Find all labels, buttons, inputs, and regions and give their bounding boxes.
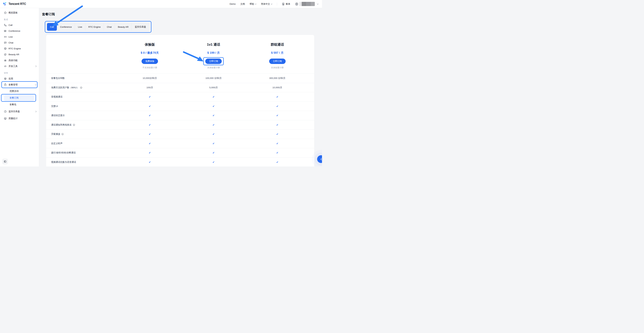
tab-beauty-ar[interactable]: Beauty AR <box>115 23 132 31</box>
table-row: 浮窗播放 ✔ ✔ ✔ <box>46 129 314 139</box>
redacted-account-id <box>299 2 315 6</box>
sidebar-section-management: 管理 <box>0 69 39 76</box>
check-icon: ✔ <box>118 114 182 117</box>
sidebar-item-package-management[interactable]: 套餐管理 <box>0 82 39 88</box>
account-menu[interactable] <box>295 2 318 6</box>
nav-billing[interactable]: 账单 <box>282 3 290 6</box>
nav-language[interactable]: 简体中文 <box>261 3 272 6</box>
row-value: 10,000/月 <box>246 86 309 89</box>
tab-conference[interactable]: Conference <box>57 23 75 31</box>
sidebar-item-beauty-ar[interactable]: Beauty AR <box>0 52 39 57</box>
chevron-down-icon <box>271 3 272 5</box>
plan-header-row: 体验版 $ 0 / 最多70天 免费体验 不支持按量计费 1v1 通话 $ 19… <box>46 35 314 74</box>
table-row: 套餐包分钟数 10,000分钟/月 100,000 分钟/月 300,000 分… <box>46 74 314 83</box>
check-icon: ✔ <box>118 161 182 164</box>
chevron-down-icon <box>255 3 256 5</box>
usage-stats-icon <box>4 117 7 120</box>
tab-rtc-engine[interactable]: RTC Engine <box>85 23 104 31</box>
tab-chat[interactable]: Chat <box>104 23 115 31</box>
plan-note: 支持按量计费 <box>246 66 309 69</box>
avatar-icon <box>295 2 298 6</box>
info-icon[interactable] <box>80 86 82 89</box>
table-row: 自定义铃声 ✔ ✔ ✔ <box>46 139 314 148</box>
brand[interactable]: Tencent RTC <box>3 2 26 6</box>
chat-bubble-icon <box>4 41 7 44</box>
check-icon: ✔ <box>182 123 245 126</box>
sidebar-item-advanced-features[interactable]: 高级功能 <box>0 57 39 63</box>
tab-live[interactable]: Live <box>75 23 85 31</box>
check-icon: ✔ <box>246 161 309 164</box>
row-label: 自定义铃声 <box>51 142 118 145</box>
billing-icon <box>282 3 285 6</box>
shopping-bag-icon <box>4 83 7 86</box>
table-row: 通话通知和离线推送 ✔ ✔ ✔ <box>46 120 314 130</box>
chevron-right-icon <box>35 111 36 112</box>
row-label: 完整UI <box>51 105 118 108</box>
check-icon: ✔ <box>118 95 182 98</box>
sidebar-item-label: RTC Engine <box>8 47 21 50</box>
tencent-rtc-logo-icon <box>3 2 7 6</box>
sidebar-item-applications[interactable]: 应用 <box>0 76 39 82</box>
plan-note: 不支持按量计费 <box>118 66 182 69</box>
sidebar-item-call[interactable]: Call <box>0 22 39 28</box>
subscribe-now-button-group[interactable]: 立即订阅 <box>269 59 286 64</box>
sidebar-item-monitoring-dashboard[interactable]: 监控仪表盘 <box>0 108 39 115</box>
home-icon <box>4 11 7 14</box>
plan-price: $ 199 / 月 <box>182 51 245 55</box>
sidebar-item-overview[interactable]: 概览面板 <box>0 10 39 16</box>
crown-icon <box>4 59 7 62</box>
nav-docs[interactable]: 文档 <box>240 3 245 6</box>
sidebar-subitem-promotions[interactable]: 优惠活动 <box>0 88 39 95</box>
sidebar: 概览面板 集成 Call Conference Live <box>0 8 39 167</box>
info-icon[interactable] <box>62 133 64 135</box>
broadcast-icon <box>4 36 7 38</box>
sidebar-item-label: Chat <box>8 42 14 44</box>
sidebar-item-label: 高级功能 <box>8 59 18 62</box>
page-title: 套餐订阅 <box>42 12 322 17</box>
info-icon[interactable] <box>73 124 75 126</box>
table-row: 通话状态显示 ✔ ✔ ✔ <box>46 111 314 120</box>
check-icon: ✔ <box>246 133 309 136</box>
tab-monitoring-dashboard[interactable]: 监控仪表盘 <box>132 23 149 31</box>
sidebar-item-conference[interactable]: Conference <box>0 28 39 34</box>
free-trial-button[interactable]: 免费体验 <box>142 59 158 64</box>
plan-name: 体验版 <box>118 42 182 47</box>
chevron-right-icon <box>35 66 36 67</box>
sidebar-collapse-button[interactable] <box>2 159 8 164</box>
check-icon: ✔ <box>182 105 245 108</box>
row-label: 视频通话切换为语音通话 <box>51 161 118 164</box>
plan-group-call: 群组通话 $ 597 / 月 立即订阅 支持按量计费 <box>246 42 309 69</box>
row-label: 浮窗播放 <box>51 133 118 136</box>
nav-demo[interactable]: Demo <box>230 3 236 5</box>
sidebar-item-label: 套餐管理 <box>8 83 18 86</box>
sidebar-item-label: Conference <box>8 30 20 32</box>
sidebar-subitem-package-subscription[interactable]: 套餐订阅 <box>4 95 34 101</box>
plan-name: 群组通话 <box>246 42 309 47</box>
panel-collapse-icon <box>4 160 6 163</box>
check-icon: ✔ <box>246 142 309 145</box>
row-value: 100/月 <box>118 86 182 89</box>
sidebar-subitem-packages[interactable]: 套餐包 <box>0 101 39 108</box>
sidebar-item-chat[interactable]: Chat <box>0 40 39 46</box>
pricing-card: 体验版 $ 0 / 最多70天 免费体验 不支持按量计费 1v1 通话 $ 19… <box>46 35 314 167</box>
sidebar-item-rtc-engine[interactable]: RTC Engine <box>0 46 39 52</box>
sidebar-section-integration: 集成 <box>0 16 39 22</box>
row-value: 10,000分钟/月 <box>118 77 182 80</box>
row-value: 300,000 分钟/月 <box>246 77 309 80</box>
check-icon: ✔ <box>182 161 245 164</box>
sidebar-item-dev-tools[interactable]: 开发工具 <box>0 63 39 69</box>
row-value: 5,000/月 <box>182 86 245 89</box>
sidebar-item-live[interactable]: Live <box>0 34 39 40</box>
subscribe-now-button-1v1[interactable]: 立即订阅 <box>205 59 222 64</box>
sidebar-item-usage-stats[interactable]: 用量统计 <box>0 115 39 122</box>
gauge-icon <box>4 110 7 113</box>
check-icon: ✔ <box>182 114 245 117</box>
tab-call[interactable]: Call <box>47 23 57 31</box>
product-tab-bar: Call Conference Live RTC Engine Chat Bea… <box>47 23 149 31</box>
table-row: 完整UI ✔ ✔ ✔ <box>46 102 314 111</box>
table-row: 免费月活跃用户数（MAU） 100/月 5,000/月 10,000/月 <box>46 83 314 92</box>
check-icon: ✔ <box>118 133 182 136</box>
sidebar-item-label: Call <box>8 24 12 26</box>
nav-help[interactable]: 帮助 <box>250 3 256 6</box>
chevron-left-icon <box>320 158 322 160</box>
